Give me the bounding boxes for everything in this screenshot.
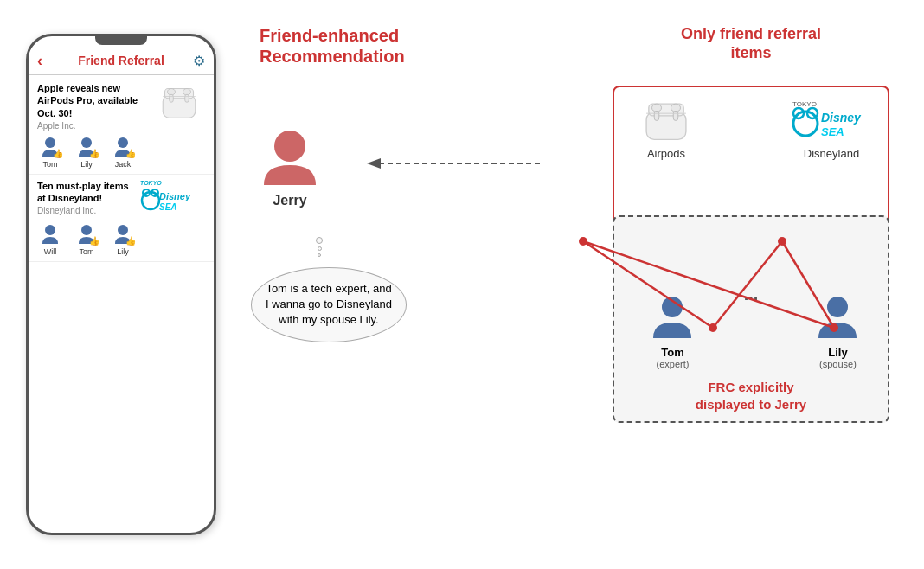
phone-title: Friend Referral	[78, 54, 164, 67]
svg-point-36	[662, 297, 683, 317]
svg-text:TOKYO: TOKYO	[792, 100, 817, 108]
airpods-friends-row: 👍 Tom 👍 Lily	[37, 136, 205, 169]
svg-point-11	[118, 137, 128, 148]
thought-dot-3	[318, 253, 321, 257]
dashed-friends-box: Tom (expert) Lily (spouse) ··· FRC expli…	[613, 215, 889, 423]
diagram-right: Friend-enhanced Recommendation Only frie…	[242, 16, 907, 553]
jack-label: Jack	[115, 160, 132, 169]
ellipsis: ···	[744, 289, 759, 309]
thought-text: Tom is a tech expert, and I wanna go to …	[266, 282, 392, 326]
tom-dashed-item: Tom (expert)	[649, 295, 696, 369]
svg-text:SEA: SEA	[159, 202, 177, 212]
thought-dot-2	[318, 246, 322, 251]
friend-will: Will	[37, 223, 63, 256]
svg-text:👍: 👍	[125, 235, 136, 246]
lily-dashed-sub: (spouse)	[814, 359, 862, 369]
left-title: Friend-enhanced Recommendation	[260, 25, 405, 67]
phone-notch	[95, 36, 147, 45]
feed-text-1: Apple reveals new AirPods Pro, available…	[37, 82, 148, 131]
tom-label-2: Tom	[79, 247, 93, 256]
disneysea-box-image: TOKYO Disney SEA	[788, 96, 875, 144]
disneyland-box-label: Disneyland	[788, 147, 875, 160]
back-button[interactable]: ‹	[37, 52, 42, 70]
thought-dot-1	[316, 237, 323, 244]
svg-point-37	[827, 297, 848, 317]
svg-rect-28	[673, 111, 678, 120]
tom-airpods-icon: 👍	[37, 136, 63, 160]
airpods-box-item: Airpods	[632, 96, 701, 160]
phone-mockup: ‹ Friend Referral ⚙ Apple reveals new Ai…	[26, 34, 216, 535]
svg-point-13	[142, 192, 159, 209]
frc-label: FRC explicitly displayed to Jerry	[643, 379, 859, 412]
svg-rect-3	[170, 94, 174, 102]
friend-lily-airpods: 👍 Lily	[74, 136, 99, 169]
disneysea-svg: Disney SEA	[140, 186, 205, 216]
disneysea-box-item: TOKYO Disney SEA Disneyland	[788, 96, 875, 160]
svg-text:👍: 👍	[53, 148, 63, 159]
svg-point-38	[274, 131, 305, 162]
disneyland-source: Disneyland Inc.	[37, 206, 135, 215]
will-icon	[37, 223, 63, 247]
airpods-box-label: Airpods	[632, 147, 701, 160]
svg-point-7	[45, 137, 55, 148]
tom-dashed-icon	[649, 295, 696, 342]
friend-tom-airpods: 👍 Tom	[37, 136, 63, 169]
svg-rect-5	[185, 94, 189, 102]
svg-text:👍: 👍	[125, 148, 136, 159]
airpods-headline: Apple reveals new AirPods Pro, available…	[37, 82, 148, 119]
airpods-source: Apple Inc.	[37, 121, 148, 131]
main-container: ‹ Friend Referral ⚙ Apple reveals new Ai…	[0, 0, 924, 569]
lily-dashed-item: Lily (spouse)	[814, 295, 862, 369]
jerry-container: Jerry	[260, 129, 320, 208]
jerry-label: Jerry	[273, 193, 306, 208]
svg-point-25	[652, 104, 662, 112]
lily-disneyland-icon: 👍	[110, 223, 136, 247]
thought-dots	[316, 237, 323, 257]
thought-bubble: Tom is a tech expert, and I wanna go to …	[251, 267, 407, 342]
svg-point-27	[671, 104, 681, 112]
lily-dashed-label: Lily	[814, 346, 862, 359]
disneyland-friends-row: Will 👍 Tom	[37, 223, 205, 256]
right-title: Only friend referral items	[630, 25, 872, 62]
disneysea-logo: TOKYO Disney SEA	[140, 180, 205, 218]
svg-point-31	[793, 112, 818, 136]
svg-text:Disney: Disney	[821, 111, 862, 125]
friend-jack-airpods: 👍 Jack	[110, 136, 136, 169]
jerry-icon	[260, 129, 320, 189]
svg-point-18	[45, 225, 55, 235]
svg-text:Disney: Disney	[159, 191, 191, 201]
feed-item-top-1: Apple reveals new AirPods Pro, available…	[37, 82, 205, 131]
jack-airpods-icon: 👍	[110, 136, 136, 160]
disneyland-headline: Ten must-play items at Disneyland!	[37, 180, 135, 205]
svg-text:👍: 👍	[89, 148, 99, 159]
feed-item-disneyland: Ten must-play items at Disneyland! Disne…	[29, 175, 214, 262]
svg-point-9	[81, 137, 92, 148]
lily-airpods-icon: 👍	[74, 136, 99, 160]
svg-text:👍: 👍	[89, 235, 99, 246]
settings-icon[interactable]: ⚙	[193, 53, 205, 69]
friend-tom-disneyland: 👍 Tom	[74, 223, 99, 256]
header-divider	[29, 74, 214, 75]
svg-point-45	[579, 237, 587, 246]
feed-text-2-wrap: Ten must-play items at Disneyland! Disne…	[37, 180, 135, 216]
tom-dashed-sub: (expert)	[649, 359, 696, 369]
svg-text:SEA: SEA	[821, 125, 844, 138]
airpods-box-image	[632, 96, 701, 144]
tom-dashed-label: Tom	[649, 346, 696, 359]
tom-label-1: Tom	[42, 160, 57, 169]
feed-item-top-2: Ten must-play items at Disneyland! Disne…	[37, 180, 205, 218]
svg-point-19	[81, 225, 92, 235]
friend-lily-disneyland: 👍 Lily	[110, 223, 136, 256]
airpods-image	[153, 82, 205, 121]
lily-dashed-icon	[814, 295, 862, 342]
will-label: Will	[44, 247, 57, 256]
phone-screen: ‹ Friend Referral ⚙ Apple reveals new Ai…	[29, 45, 214, 262]
svg-point-21	[118, 225, 128, 235]
tom-disneyland-icon: 👍	[74, 223, 99, 247]
svg-rect-26	[654, 111, 659, 120]
feed-item-airpods: Apple reveals new AirPods Pro, available…	[29, 77, 214, 175]
tokyo-label: TOKYO	[140, 180, 205, 186]
lily-label-1: Lily	[80, 160, 93, 169]
lily-label-2: Lily	[117, 247, 129, 256]
phone-header: ‹ Friend Referral ⚙	[29, 48, 214, 73]
